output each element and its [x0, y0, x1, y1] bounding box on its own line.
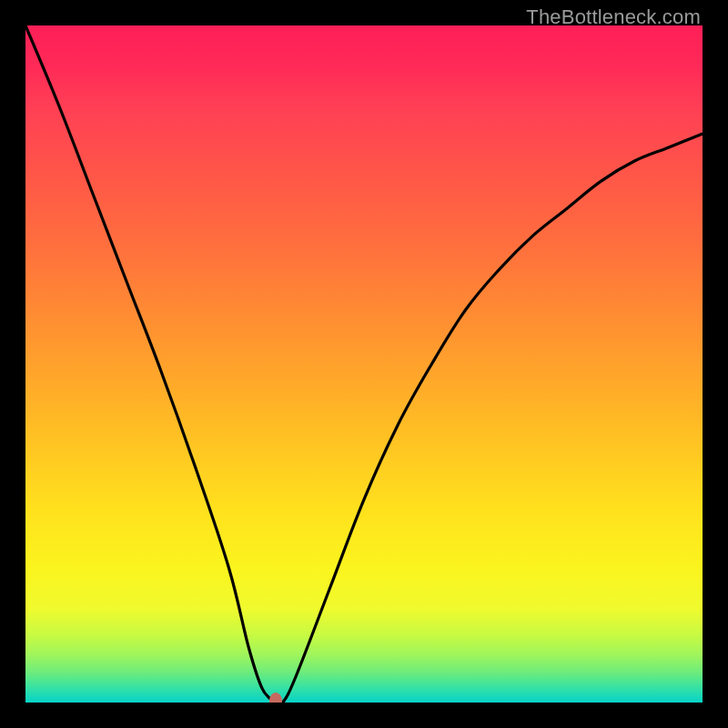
plot-area	[25, 25, 703, 703]
chart-frame: TheBottleneck.com	[0, 0, 728, 728]
bottleneck-curve	[25, 25, 703, 703]
minimum-marker	[269, 693, 282, 703]
watermark-text: TheBottleneck.com	[526, 5, 701, 29]
